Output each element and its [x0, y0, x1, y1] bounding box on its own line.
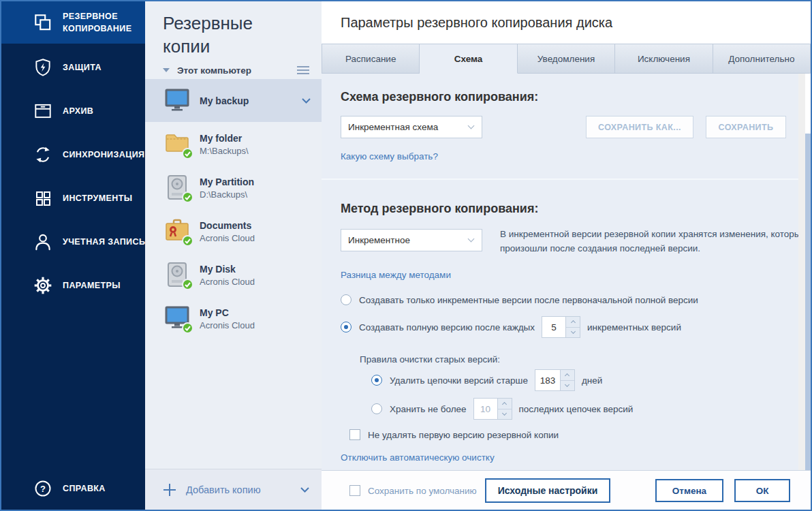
- which-scheme-link[interactable]: Какую схему выбрать?: [341, 151, 438, 161]
- backup-list-panel: Резервные копии Этот компьютер My backup: [145, 1, 322, 510]
- radio-delete-older[interactable]: [371, 375, 382, 386]
- scrollbar-track[interactable]: [805, 74, 811, 470]
- method-dropdown[interactable]: Инкрементное: [341, 229, 482, 251]
- spinner-down-button[interactable]: [566, 328, 580, 338]
- spinner-up-button[interactable]: [566, 317, 580, 328]
- scrollbar-thumb[interactable]: [805, 134, 811, 470]
- full-every-input[interactable]: [542, 317, 565, 337]
- options-dialog: Параметры резервного копирования диска Р…: [322, 1, 811, 510]
- tab-advanced[interactable]: Дополнительно: [713, 44, 811, 74]
- backup-item-my-pc[interactable]: My PC Acronis Cloud: [145, 296, 322, 340]
- monitor-icon: [164, 305, 190, 331]
- backup-item-my-disk[interactable]: My Disk Acronis Cloud: [145, 253, 322, 296]
- sidebar-item-help[interactable]: ? СПРАВКА: [1, 467, 145, 510]
- tab-schedule[interactable]: Расписание: [322, 44, 420, 74]
- keep-first-version-label: Не удалять первую версию резервной копии: [368, 430, 559, 440]
- backup-name: My Partition: [200, 176, 254, 187]
- keep-count-spinner: [473, 398, 512, 420]
- backup-name: My folder: [200, 133, 242, 144]
- add-backup-button[interactable]: Добавить копию: [145, 469, 322, 510]
- initial-settings-button[interactable]: Исходные настройки: [485, 478, 610, 503]
- keep-first-version-checkbox[interactable]: [349, 429, 360, 440]
- delete-days-input[interactable]: [535, 370, 560, 390]
- panel-title: Резервные копии: [145, 1, 288, 59]
- sidebar-item-tools[interactable]: ИНСТРУМЕНТЫ: [1, 176, 145, 220]
- tab-scheme[interactable]: Схема: [420, 44, 517, 74]
- sidebar-item-settings[interactable]: ПАРАМЕТРЫ: [1, 264, 145, 307]
- spinner-up-button[interactable]: [561, 370, 574, 381]
- section-divider: [322, 179, 811, 180]
- dialog-footer: Сохранить по умолчанию Исходные настройк…: [322, 470, 811, 510]
- method-section-heading: Метод резервного копирования:: [341, 202, 538, 216]
- menu-icon[interactable]: [297, 64, 309, 76]
- backup-copy-icon: [31, 11, 54, 34]
- spinner-up-button[interactable]: [498, 399, 512, 409]
- ok-button[interactable]: ОК: [734, 479, 790, 502]
- chevron-down-icon[interactable]: [302, 98, 311, 104]
- status-ok-badge: [182, 148, 193, 159]
- dialog-title: Параметры резервного копирования диска: [341, 15, 612, 31]
- save-default-checkbox[interactable]: [349, 485, 360, 496]
- sidebar-item-account[interactable]: УЧЕТНАЯ ЗАПИСЬ: [1, 220, 145, 264]
- sidebar-item-protection[interactable]: ЗАЩИТА: [1, 46, 145, 89]
- full-every-spinner: [542, 316, 580, 338]
- scheme-dropdown[interactable]: Инкрементная схема: [341, 116, 482, 138]
- help-icon: ?: [31, 477, 54, 500]
- computer-selector[interactable]: Этот компьютер: [145, 61, 322, 79]
- gear-icon: [31, 274, 54, 297]
- sync-icon: [31, 143, 54, 166]
- computer-selector-label: Этот компьютер: [177, 65, 251, 76]
- sidebar-item-label: РЕЗЕРВНОЕ КОПИРОВАНИЕ: [63, 10, 143, 35]
- monitor-icon: [164, 88, 190, 114]
- app-window: РЕЗЕРВНОЕ КОПИРОВАНИЕ ЗАЩИТА АРХИВ СИНХР…: [0, 0, 812, 511]
- cancel-button[interactable]: Отмена: [655, 479, 723, 502]
- status-ok-badge: [182, 279, 193, 290]
- radio-keep-last[interactable]: [371, 403, 382, 414]
- sidebar-item-sync[interactable]: СИНХРОНИЗАЦИЯ: [1, 133, 145, 176]
- backup-item-my-partition[interactable]: My Partition D:\Backups\: [145, 166, 322, 209]
- chevron-down-icon: [468, 236, 475, 243]
- chevron-down-icon[interactable]: [300, 487, 309, 493]
- dialog-header: Параметры резервного копирования диска: [322, 1, 811, 44]
- disable-auto-cleanup-link[interactable]: Отключить автоматическую очистку: [341, 452, 495, 463]
- save-as-button[interactable]: СОХРАНИТЬ КАК...: [586, 116, 693, 138]
- spinner-down-button[interactable]: [498, 409, 512, 420]
- backup-location: Acronis Cloud: [200, 233, 255, 243]
- sidebar-item-label: СПРАВКА: [63, 482, 106, 495]
- add-backup-label: Добавить копию: [186, 484, 261, 495]
- backup-name: My Disk: [200, 264, 236, 275]
- radio-keep-last-suffix: последних цепочек версий: [519, 404, 634, 414]
- backup-item-documents[interactable]: Documents Acronis Cloud: [145, 209, 322, 253]
- svg-text:?: ?: [40, 484, 46, 494]
- spinner-down-button[interactable]: [561, 381, 574, 391]
- radio-full-after-n-label: Создавать полную версию после каждых: [359, 322, 535, 332]
- keep-count-input[interactable]: [474, 399, 497, 419]
- backup-location: Acronis Cloud: [200, 277, 255, 287]
- sidebar-item-label: АРХИВ: [63, 105, 93, 117]
- sidebar: РЕЗЕРВНОЕ КОПИРОВАНИЕ ЗАЩИТА АРХИВ СИНХР…: [1, 1, 145, 510]
- save-button[interactable]: СОХРАНИТЬ: [706, 116, 786, 138]
- radio-full-after-n[interactable]: [341, 322, 352, 332]
- scheme-section-heading: Схема резервного копирования:: [341, 90, 538, 104]
- backup-item-my-folder[interactable]: My folder M:\Backups\: [145, 122, 322, 166]
- method-difference-link[interactable]: Разница между методами: [341, 270, 451, 280]
- tab-exclusions[interactable]: Исключения: [615, 44, 713, 74]
- tools-icon: [31, 187, 54, 210]
- radio-incremental-only[interactable]: [341, 294, 352, 305]
- briefcase-icon: [164, 218, 190, 244]
- backup-item-my-backup[interactable]: My backup: [145, 79, 322, 122]
- archive-icon: [31, 99, 54, 123]
- backup-list: My backup My folder M:\Backups\: [145, 79, 322, 340]
- tab-notifications[interactable]: Уведомления: [518, 44, 615, 74]
- backup-location: Acronis Cloud: [200, 320, 255, 330]
- radio-delete-older-label: Удалить цепочки версий старше: [390, 375, 528, 386]
- backup-name: Documents: [200, 220, 251, 231]
- radio-incremental-only-label: Создавать только инкрементные версии пос…: [359, 295, 698, 305]
- scheme-dropdown-value: Инкрементная схема: [348, 122, 438, 132]
- sidebar-item-archive[interactable]: АРХИВ: [1, 89, 145, 133]
- sidebar-item-backup[interactable]: РЕЗЕРВНОЕ КОПИРОВАНИЕ: [1, 1, 145, 44]
- status-ok-badge: [182, 235, 193, 247]
- tab-bar: Расписание Схема Уведомления Исключения …: [322, 44, 811, 74]
- save-default-option[interactable]: Сохранить по умолчанию: [349, 485, 477, 496]
- radio-full-after-n-suffix: инкрементных версий: [587, 322, 681, 332]
